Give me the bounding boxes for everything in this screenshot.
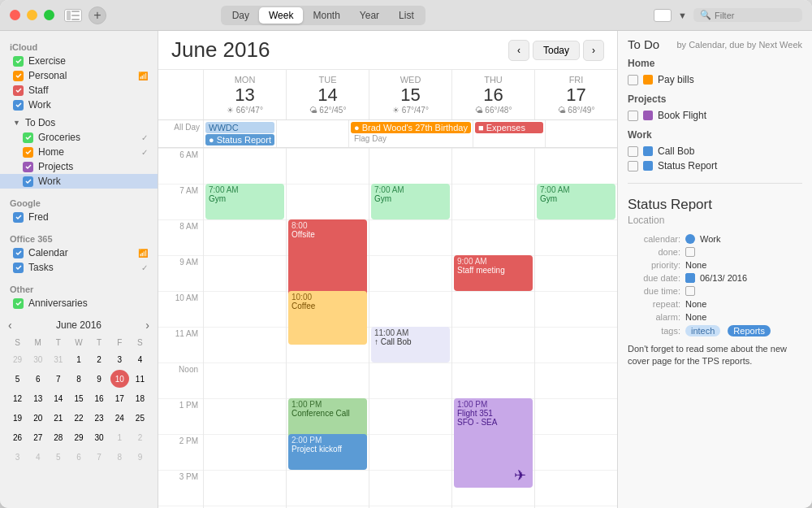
project-kickoff-event[interactable]: 2:00 PM Project kickoff (288, 434, 367, 470)
day-col-tue[interactable]: 8:00 Offsite 10:00 Coffee 1:00 PM Confer… (286, 148, 369, 508)
mini-cal-day[interactable]: 7 (90, 448, 109, 466)
gym-fri-event[interactable]: 7:00 AM Gym (537, 184, 615, 219)
mini-cal-day[interactable]: 25 (131, 409, 149, 427)
sidebar-item-projects[interactable]: Projects (0, 159, 158, 174)
mini-cal-day[interactable]: 29 (8, 350, 27, 368)
tab-list[interactable]: List (389, 7, 424, 24)
mini-cal-day[interactable]: 20 (28, 409, 47, 427)
view-dropdown[interactable]: ▼ (678, 11, 687, 20)
mini-cal-day[interactable]: 23 (90, 409, 109, 427)
sidebar-item-tasks[interactable]: Tasks ✓ (0, 260, 158, 275)
mini-cal-day[interactable]: 27 (28, 428, 47, 446)
birthday-event[interactable]: ● Brad Wood's 27th Birthday (351, 122, 471, 133)
sidebar-item-personal[interactable]: Personal 📶 (0, 68, 158, 83)
status-report-allday[interactable]: ● Status Report (205, 134, 274, 145)
sidebar-item-staff[interactable]: Staff (0, 83, 158, 98)
todos-work-checkbox[interactable] (23, 176, 33, 187)
fred-checkbox[interactable] (13, 212, 24, 223)
mini-cal-day[interactable]: 4 (131, 350, 149, 368)
right-sidebar-toggle[interactable] (654, 9, 672, 22)
day-col-mon[interactable]: 7:00 AM Gym (203, 148, 286, 508)
mini-cal-day[interactable]: 6 (28, 370, 47, 388)
call-bob-todo-checkbox[interactable] (628, 146, 638, 157)
mini-cal-day[interactable]: 2 (90, 350, 109, 368)
minimize-button[interactable] (27, 10, 37, 20)
mini-cal-day[interactable]: 8 (110, 448, 129, 466)
mini-cal-day[interactable]: 15 (69, 389, 88, 407)
sidebar-item-fred[interactable]: Fred (0, 210, 158, 224)
mini-cal-day[interactable]: 2 (131, 428, 149, 446)
mini-cal-day[interactable]: 3 (8, 448, 27, 466)
mini-cal-day[interactable]: 30 (28, 350, 47, 368)
mon-num[interactable]: 13 (207, 85, 283, 106)
done-checkbox[interactable] (685, 247, 695, 257)
mini-cal-day[interactable]: 9 (90, 370, 109, 388)
tag-reports[interactable]: Reports (728, 325, 771, 336)
sidebar-item-exercise[interactable]: Exercise (0, 54, 158, 68)
mini-cal-day[interactable]: 1 (110, 428, 129, 446)
search-input[interactable] (715, 11, 796, 20)
mini-cal-day[interactable]: 3 (110, 350, 129, 368)
groceries-checkbox[interactable] (23, 132, 33, 143)
home-checkbox[interactable] (23, 147, 33, 158)
day-col-fri[interactable]: 7:00 AM Gym (534, 148, 617, 508)
sidebar-item-todos-work[interactable]: Work (0, 174, 158, 189)
tab-year[interactable]: Year (350, 7, 389, 24)
mini-cal-day[interactable]: 24 (110, 409, 129, 427)
mini-cal-day[interactable]: 18 (131, 389, 149, 407)
mini-cal-day[interactable]: 31 (49, 350, 67, 368)
todo-filter[interactable]: by Calendar, due by Next Week (677, 40, 803, 50)
pay-bills-checkbox[interactable] (628, 75, 638, 85)
day-col-thu[interactable]: 9:00 AM Staff meeting 1:00 PM Flight 351… (451, 148, 534, 508)
mini-cal-day[interactable]: 7 (49, 370, 67, 388)
book-flight-item[interactable]: Book Flight (628, 108, 802, 123)
sidebar-item-anniversaries[interactable]: Anniversaries (0, 296, 158, 310)
mini-cal-day[interactable]: 1 (69, 350, 88, 368)
projects-checkbox[interactable] (23, 162, 33, 172)
tab-month[interactable]: Month (303, 7, 349, 24)
sidebar-item-todos-group[interactable]: ▼ To Dos (0, 115, 158, 130)
sidebar-item-home[interactable]: Home ✓ (0, 145, 158, 159)
mini-cal-day[interactable]: 11 (131, 370, 149, 388)
due-time-checkbox[interactable] (685, 286, 695, 296)
exercise-checkbox[interactable] (13, 56, 24, 67)
tag-intech[interactable]: intech (685, 325, 720, 336)
personal-checkbox[interactable] (13, 71, 24, 81)
next-month-btn[interactable]: › (145, 319, 149, 332)
mini-cal-day[interactable]: 30 (90, 428, 109, 446)
new-event-button[interactable]: + (89, 7, 106, 24)
close-button[interactable] (10, 10, 20, 20)
tab-day[interactable]: Day (222, 7, 259, 24)
mini-cal-day[interactable]: 26 (8, 428, 27, 446)
status-report-todo-item[interactable]: Status Report (628, 158, 802, 173)
call-bob-todo-item[interactable]: Call Bob (628, 144, 802, 158)
wed-num[interactable]: 15 (373, 85, 448, 106)
mini-cal-day[interactable]: 4 (28, 448, 47, 466)
prev-month-btn[interactable]: ‹ (8, 319, 12, 332)
book-flight-checkbox[interactable] (628, 111, 638, 121)
mini-cal-day[interactable]: 8 (69, 370, 88, 388)
staff-meeting-event[interactable]: 9:00 AM Staff meeting (454, 255, 533, 291)
thu-num[interactable]: 16 (456, 85, 531, 106)
mini-cal-day[interactable]: 14 (49, 389, 67, 407)
today-btn[interactable]: Today (533, 41, 580, 60)
icloud-work-checkbox[interactable] (13, 100, 24, 111)
mini-cal-day[interactable]: 16 (90, 389, 109, 407)
day-col-wed[interactable]: 7:00 AM Gym 11:00 AM ↑ Call Bob (369, 148, 451, 508)
call-bob-event[interactable]: 11:00 AM ↑ Call Bob (371, 327, 450, 363)
wwdc-event[interactable]: WWDC (205, 122, 274, 133)
mini-cal-day[interactable]: 17 (110, 389, 129, 407)
tab-week[interactable]: Week (259, 7, 303, 24)
next-week-btn[interactable]: › (583, 40, 604, 61)
ann-checkbox[interactable] (13, 298, 24, 309)
due-date-checkbox[interactable] (685, 273, 695, 283)
prev-week-btn[interactable]: ‹ (508, 40, 529, 61)
coffee-event[interactable]: 10:00 Coffee (288, 291, 367, 345)
gym-mon-event[interactable]: 7:00 AM Gym (205, 184, 284, 219)
flight-event[interactable]: 1:00 PM Flight 351 SFO - SEA ✈ (454, 398, 533, 488)
expenses-event[interactable]: ■ Expenses (475, 122, 543, 133)
mini-cal-day[interactable]: 13 (28, 389, 47, 407)
mini-cal-day[interactable]: 28 (49, 428, 67, 446)
fri-num[interactable]: 17 (538, 85, 614, 106)
sidebar-item-groceries[interactable]: Groceries ✓ (0, 130, 158, 145)
